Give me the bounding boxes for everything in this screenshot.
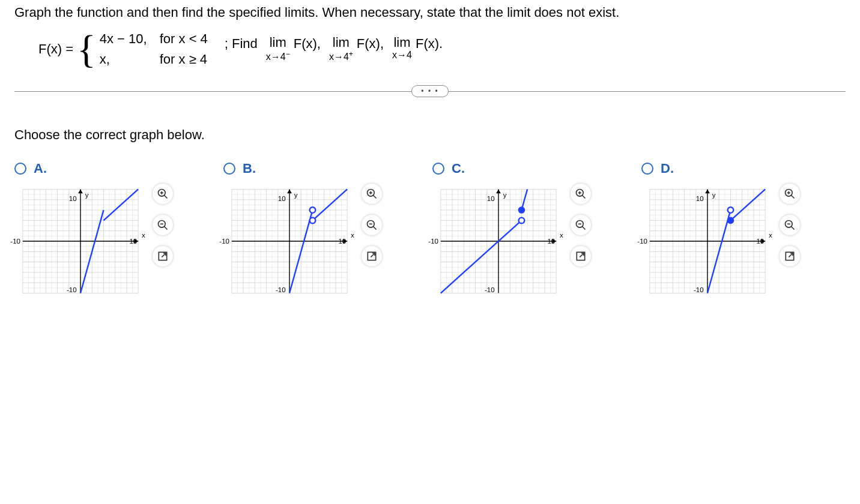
graph-tools [153, 184, 173, 266]
svg-text:10: 10 [547, 238, 555, 245]
function-definition: F(x) = { 4x − 10, for x < 4 x, for x ≥ 4… [38, 31, 846, 67]
zoom-in-icon[interactable] [780, 184, 800, 204]
choose-graph-label: Choose the correct graph below. [14, 127, 846, 143]
svg-line-124 [374, 227, 377, 230]
graph-tools [571, 184, 591, 266]
svg-line-59 [165, 227, 168, 230]
svg-text:-10: -10 [428, 238, 438, 245]
option-C: C. y x -10 10 10 -10 [432, 161, 625, 301]
zoom-in-icon[interactable] [362, 184, 382, 204]
popout-icon[interactable] [780, 246, 800, 266]
svg-line-55 [165, 196, 168, 199]
piece1-cond: for x < 4 [160, 31, 220, 47]
fx-arg-3: F(x). [416, 36, 443, 52]
svg-point-112 [310, 218, 316, 224]
instruction-text: Graph the function and then find the spe… [14, 5, 846, 20]
options-row: A. y x -10 10 10 -10 [14, 161, 846, 301]
brace-icon: { [77, 31, 96, 67]
svg-text:y: y [85, 191, 89, 199]
svg-text:x: x [142, 232, 145, 239]
svg-line-127 [371, 253, 375, 257]
graph-A[interactable]: y x -10 10 10 -10 [14, 181, 147, 301]
popout-icon[interactable] [153, 246, 173, 266]
svg-line-250 [792, 196, 795, 199]
svg-marker-238 [705, 189, 710, 193]
fx-label: F(x) = [38, 41, 73, 57]
svg-text:-10: -10 [637, 238, 647, 245]
section-divider: • • • [14, 85, 846, 97]
fx-arg-1: F(x), [294, 36, 321, 52]
svg-line-254 [792, 227, 795, 230]
svg-text:-10: -10 [10, 238, 20, 245]
lim-word-3: lim [393, 36, 410, 49]
svg-text:x: x [769, 232, 772, 239]
svg-text:y: y [294, 191, 298, 199]
svg-marker-173 [496, 189, 501, 193]
svg-text:x: x [351, 232, 354, 239]
svg-text:-10: -10 [276, 286, 286, 293]
option-label: A. [34, 161, 47, 176]
zoom-out-icon[interactable] [153, 215, 173, 235]
popout-icon[interactable] [362, 246, 382, 266]
svg-text:y: y [712, 191, 716, 199]
zoom-out-icon[interactable] [362, 215, 382, 235]
graph-D[interactable]: y x -10 10 10 -10 [641, 181, 774, 301]
svg-text:10: 10 [69, 195, 77, 202]
lim-sub-1: x→4− [266, 50, 290, 62]
svg-line-185 [583, 196, 586, 199]
lim-sub-2: x→4+ [329, 50, 353, 62]
graph-B[interactable]: y x -10 10 10 -10 [223, 181, 356, 301]
svg-line-257 [789, 253, 793, 257]
graph-tools [780, 184, 800, 266]
option-A: A. y x -10 10 10 -10 [14, 161, 207, 301]
option-label: B. [243, 161, 256, 176]
radio-button[interactable] [14, 163, 26, 175]
option-D: D. y x -10 10 10 -10 [641, 161, 834, 301]
svg-text:-10: -10 [485, 286, 495, 293]
svg-point-175 [519, 218, 525, 224]
svg-line-62 [162, 253, 166, 257]
fx-arg-2: F(x), [357, 36, 384, 52]
svg-marker-108 [287, 189, 292, 193]
piece2-cond: for x ≥ 4 [160, 52, 220, 67]
graph-tools [362, 184, 382, 266]
piece1-expr: 4x − 10, [100, 31, 160, 47]
svg-point-110 [310, 207, 316, 213]
piece2-expr: x, [100, 52, 160, 67]
svg-text:10: 10 [487, 195, 495, 202]
radio-button[interactable] [223, 163, 235, 175]
find-prefix: ; Find [225, 36, 258, 52]
zoom-out-icon[interactable] [571, 215, 591, 235]
svg-text:-10: -10 [67, 286, 77, 293]
svg-text:x: x [560, 232, 563, 239]
popout-icon[interactable] [571, 246, 591, 266]
svg-text:10: 10 [278, 195, 286, 202]
option-label: C. [452, 161, 465, 176]
svg-text:10: 10 [129, 238, 137, 245]
zoom-in-icon[interactable] [571, 184, 591, 204]
svg-marker-45 [78, 189, 83, 193]
graph-C[interactable]: y x -10 10 10 -10 [432, 181, 565, 301]
option-label: D. [661, 161, 674, 176]
option-B: B. y x -10 10 10 -10 [223, 161, 416, 301]
svg-text:-10: -10 [219, 238, 229, 245]
svg-line-192 [580, 253, 584, 257]
svg-line-120 [374, 196, 377, 199]
svg-text:-10: -10 [694, 286, 704, 293]
svg-point-242 [728, 218, 734, 224]
svg-text:10: 10 [696, 195, 704, 202]
find-limits: ; Find lim x→4− F(x), lim x→4+ F(x), lim… [225, 36, 443, 62]
svg-text:10: 10 [338, 238, 346, 245]
svg-text:10: 10 [756, 238, 764, 245]
zoom-out-icon[interactable] [780, 215, 800, 235]
lim-word-2: lim [333, 36, 350, 49]
zoom-in-icon[interactable] [153, 184, 173, 204]
lim-word-1: lim [270, 36, 286, 49]
svg-text:y: y [503, 191, 507, 199]
svg-line-189 [583, 227, 586, 230]
radio-button[interactable] [432, 163, 444, 175]
expand-pill[interactable]: • • • [411, 85, 449, 97]
lim-sub-3: x→4 [392, 50, 412, 60]
radio-button[interactable] [641, 163, 653, 175]
svg-point-240 [728, 207, 734, 213]
